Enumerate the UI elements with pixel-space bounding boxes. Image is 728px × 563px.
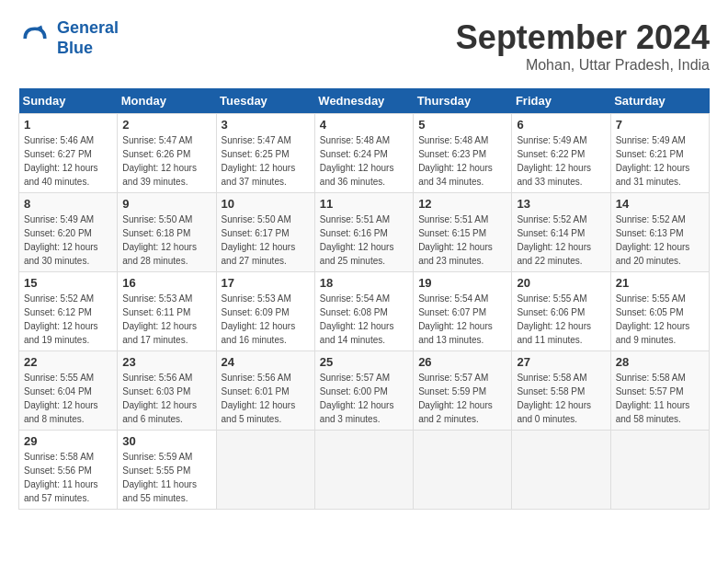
calendar-cell: 28 Sunrise: 5:58 AMSunset: 5:57 PMDaylig…: [610, 351, 709, 431]
calendar-cell: 4 Sunrise: 5:48 AMSunset: 6:24 PMDayligh…: [314, 114, 413, 193]
calendar-cell: 12 Sunrise: 5:51 AMSunset: 6:15 PMDaylig…: [414, 193, 512, 272]
day-number: 15: [24, 276, 112, 290]
calendar-row: 8 Sunrise: 5:49 AMSunset: 6:20 PMDayligh…: [19, 193, 710, 272]
calendar-table: Sunday Monday Tuesday Wednesday Thursday…: [18, 88, 710, 510]
day-detail: Sunrise: 5:50 AMSunset: 6:18 PMDaylight:…: [122, 214, 197, 266]
calendar-row: 15 Sunrise: 5:52 AMSunset: 6:12 PMDaylig…: [19, 272, 710, 351]
calendar-cell: 29 Sunrise: 5:58 AMSunset: 5:56 PMDaylig…: [19, 431, 118, 510]
day-detail: Sunrise: 5:59 AMSunset: 5:55 PMDaylight:…: [122, 452, 197, 503]
header-wednesday: Wednesday: [314, 88, 413, 114]
calendar-cell: 1 Sunrise: 5:46 AMSunset: 6:27 PMDayligh…: [19, 114, 118, 193]
calendar-cell: [314, 431, 413, 510]
day-detail: Sunrise: 5:54 AMSunset: 6:08 PMDaylight:…: [320, 293, 394, 345]
calendar-cell: 2 Sunrise: 5:47 AMSunset: 6:26 PMDayligh…: [118, 114, 216, 193]
day-detail: Sunrise: 5:49 AMSunset: 6:22 PMDaylight:…: [517, 135, 591, 187]
location-subtitle: Mohan, Uttar Pradesh, India: [456, 57, 710, 74]
day-detail: Sunrise: 5:52 AMSunset: 6:13 PMDaylight:…: [616, 214, 690, 266]
day-number: 10: [222, 197, 310, 211]
day-detail: Sunrise: 5:55 AMSunset: 6:06 PMDaylight:…: [517, 293, 591, 345]
header-monday: Monday: [118, 88, 216, 114]
day-detail: Sunrise: 5:51 AMSunset: 6:16 PMDaylight:…: [320, 214, 394, 266]
day-detail: Sunrise: 5:52 AMSunset: 6:12 PMDaylight:…: [24, 293, 98, 345]
calendar-cell: 19 Sunrise: 5:54 AMSunset: 6:07 PMDaylig…: [414, 272, 512, 351]
day-detail: Sunrise: 5:53 AMSunset: 6:11 PMDaylight:…: [122, 293, 197, 345]
day-number: 25: [320, 355, 408, 369]
day-detail: Sunrise: 5:58 AMSunset: 5:56 PMDaylight:…: [24, 452, 98, 503]
day-number: 22: [24, 355, 112, 369]
calendar-cell: 23 Sunrise: 5:56 AMSunset: 6:03 PMDaylig…: [118, 351, 216, 431]
day-number: 8: [24, 197, 112, 211]
day-number: 3: [222, 118, 310, 132]
day-number: 24: [222, 355, 310, 369]
calendar-cell: 24 Sunrise: 5:56 AMSunset: 6:01 PMDaylig…: [216, 351, 314, 431]
calendar-cell: 27 Sunrise: 5:58 AMSunset: 5:58 PMDaylig…: [512, 351, 610, 431]
day-detail: Sunrise: 5:54 AMSunset: 6:07 PMDaylight:…: [418, 293, 493, 345]
day-detail: Sunrise: 5:48 AMSunset: 6:24 PMDaylight:…: [320, 135, 394, 187]
day-detail: Sunrise: 5:53 AMSunset: 6:09 PMDaylight:…: [222, 293, 296, 345]
day-number: 28: [616, 355, 704, 369]
calendar-cell: 22 Sunrise: 5:55 AMSunset: 6:04 PMDaylig…: [19, 351, 118, 431]
day-detail: Sunrise: 5:47 AMSunset: 6:25 PMDaylight:…: [222, 135, 296, 187]
day-number: 18: [320, 276, 408, 290]
calendar-row: 29 Sunrise: 5:58 AMSunset: 5:56 PMDaylig…: [19, 431, 710, 510]
day-number: 29: [24, 434, 112, 448]
day-number: 23: [122, 355, 210, 369]
day-number: 20: [517, 276, 605, 290]
logo-icon: [18, 22, 51, 55]
calendar-row: 1 Sunrise: 5:46 AMSunset: 6:27 PMDayligh…: [19, 114, 710, 193]
day-number: 7: [616, 118, 704, 132]
day-detail: Sunrise: 5:51 AMSunset: 6:15 PMDaylight:…: [418, 214, 493, 266]
day-number: 6: [517, 118, 605, 132]
day-detail: Sunrise: 5:55 AMSunset: 6:05 PMDaylight:…: [616, 293, 690, 345]
title-section: September 2024 Mohan, Uttar Pradesh, Ind…: [456, 18, 710, 74]
day-number: 2: [122, 118, 210, 132]
day-detail: Sunrise: 5:58 AMSunset: 5:57 PMDaylight:…: [616, 373, 690, 424]
day-number: 13: [517, 197, 605, 211]
day-number: 19: [418, 276, 506, 290]
day-number: 21: [616, 276, 704, 290]
day-detail: Sunrise: 5:49 AMSunset: 6:21 PMDaylight:…: [616, 135, 690, 187]
logo: General Blue: [18, 18, 119, 58]
calendar-cell: 30 Sunrise: 5:59 AMSunset: 5:55 PMDaylig…: [118, 431, 216, 510]
calendar-cell: 21 Sunrise: 5:55 AMSunset: 6:05 PMDaylig…: [610, 272, 709, 351]
calendar-cell: 18 Sunrise: 5:54 AMSunset: 6:08 PMDaylig…: [314, 272, 413, 351]
header-friday: Friday: [512, 88, 610, 114]
month-title: September 2024: [456, 18, 710, 57]
logo-text: General Blue: [57, 18, 119, 58]
calendar-cell: 10 Sunrise: 5:50 AMSunset: 6:17 PMDaylig…: [216, 193, 314, 272]
day-number: 12: [418, 197, 506, 211]
day-number: 11: [320, 197, 408, 211]
calendar-cell: 15 Sunrise: 5:52 AMSunset: 6:12 PMDaylig…: [19, 272, 118, 351]
calendar-cell: 5 Sunrise: 5:48 AMSunset: 6:23 PMDayligh…: [414, 114, 512, 193]
day-detail: Sunrise: 5:56 AMSunset: 6:01 PMDaylight:…: [222, 373, 296, 424]
day-detail: Sunrise: 5:46 AMSunset: 6:27 PMDaylight:…: [24, 135, 98, 187]
calendar-cell: [512, 431, 610, 510]
day-detail: Sunrise: 5:57 AMSunset: 5:59 PMDaylight:…: [418, 373, 493, 424]
day-number: 4: [320, 118, 408, 132]
weekday-header-row: Sunday Monday Tuesday Wednesday Thursday…: [19, 88, 710, 114]
day-number: 17: [222, 276, 310, 290]
day-detail: Sunrise: 5:56 AMSunset: 6:03 PMDaylight:…: [122, 373, 197, 424]
calendar-cell: 26 Sunrise: 5:57 AMSunset: 5:59 PMDaylig…: [414, 351, 512, 431]
day-detail: Sunrise: 5:49 AMSunset: 6:20 PMDaylight:…: [24, 214, 98, 266]
calendar-cell: [216, 431, 314, 510]
calendar-cell: 9 Sunrise: 5:50 AMSunset: 6:18 PMDayligh…: [118, 193, 216, 272]
day-detail: Sunrise: 5:47 AMSunset: 6:26 PMDaylight:…: [122, 135, 197, 187]
calendar-cell: 8 Sunrise: 5:49 AMSunset: 6:20 PMDayligh…: [19, 193, 118, 272]
day-number: 30: [122, 434, 210, 448]
header-sunday: Sunday: [19, 88, 118, 114]
header-saturday: Saturday: [610, 88, 709, 114]
calendar-cell: 20 Sunrise: 5:55 AMSunset: 6:06 PMDaylig…: [512, 272, 610, 351]
header-thursday: Thursday: [414, 88, 512, 114]
calendar-cell: 3 Sunrise: 5:47 AMSunset: 6:25 PMDayligh…: [216, 114, 314, 193]
calendar-cell: 16 Sunrise: 5:53 AMSunset: 6:11 PMDaylig…: [118, 272, 216, 351]
day-detail: Sunrise: 5:50 AMSunset: 6:17 PMDaylight:…: [222, 214, 296, 266]
day-number: 9: [122, 197, 210, 211]
calendar-cell: 25 Sunrise: 5:57 AMSunset: 6:00 PMDaylig…: [314, 351, 413, 431]
calendar-row: 22 Sunrise: 5:55 AMSunset: 6:04 PMDaylig…: [19, 351, 710, 431]
calendar-cell: 14 Sunrise: 5:52 AMSunset: 6:13 PMDaylig…: [610, 193, 709, 272]
calendar-cell: [610, 431, 709, 510]
header: General Blue September 2024 Mohan, Uttar…: [18, 18, 710, 74]
day-detail: Sunrise: 5:57 AMSunset: 6:00 PMDaylight:…: [320, 373, 394, 424]
day-detail: Sunrise: 5:48 AMSunset: 6:23 PMDaylight:…: [418, 135, 493, 187]
